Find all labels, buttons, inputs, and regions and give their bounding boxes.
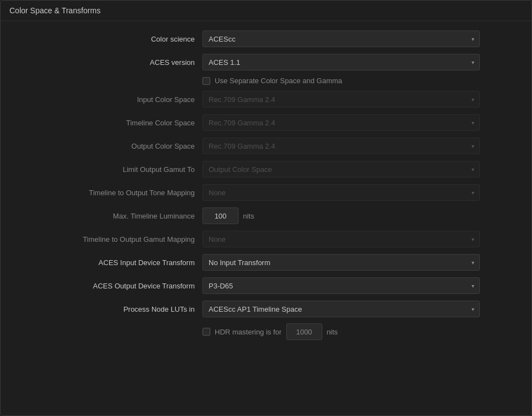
timeline-gamut-mapping-label: Timeline to Output Gamut Mapping: [14, 235, 202, 243]
aces-version-row: ACES version ACES 1.1 ▾: [14, 53, 518, 71]
process-node-luts-label: Process Node LUTs in: [14, 305, 202, 313]
color-space-panel: Color Space & Transforms Color science A…: [0, 0, 532, 416]
timeline-color-space-select[interactable]: Rec.709 Gamma 2.4: [202, 114, 480, 131]
limit-output-gamut-label: Limit Output Gamut To: [14, 165, 202, 174]
input-color-space-row: Input Color Space Rec.709 Gamma 2.4 ▾: [14, 90, 518, 108]
aces-version-label: ACES version: [14, 58, 202, 67]
timeline-tone-mapping-wrapper: None ▾: [202, 184, 480, 201]
color-science-row: Color science ACEScc ▾: [14, 30, 518, 48]
aces-odt-label: ACES Output Device Transform: [14, 282, 202, 290]
output-color-space-label: Output Color Space: [14, 142, 202, 150]
timeline-gamut-mapping-select[interactable]: None: [202, 231, 480, 247]
aces-idt-label: ACES Input Device Transform: [14, 258, 202, 267]
max-luminance-input[interactable]: [202, 207, 239, 224]
color-science-label: Color science: [14, 35, 202, 43]
output-color-space-select[interactable]: Rec.709 Gamma 2.4: [202, 138, 480, 154]
timeline-color-space-wrapper: Rec.709 Gamma 2.4 ▾: [202, 114, 480, 131]
timeline-color-space-row: Timeline Color Space Rec.709 Gamma 2.4 ▾: [14, 114, 518, 131]
timeline-color-space-label: Timeline Color Space: [14, 119, 202, 127]
timeline-gamut-mapping-row: Timeline to Output Gamut Mapping None ▾: [14, 230, 518, 248]
timeline-tone-mapping-select[interactable]: None: [202, 184, 480, 201]
hdr-mastering-row: HDR mastering is for nits: [202, 323, 518, 340]
hdr-mastering-label: HDR mastering is for: [215, 328, 282, 336]
process-node-luts-row: Process Node LUTs in ACEScc AP1 Timeline…: [14, 300, 518, 318]
limit-output-gamut-select[interactable]: Output Color Space: [202, 161, 480, 177]
process-node-luts-select[interactable]: ACEScc AP1 Timeline Space: [202, 301, 480, 317]
color-science-wrapper: ACEScc ▾: [202, 31, 480, 47]
aces-odt-row: ACES Output Device Transform P3-D65 ▾: [14, 277, 518, 295]
panel-title: Color Space & Transforms: [1, 1, 531, 21]
color-science-select[interactable]: ACEScc: [202, 31, 480, 47]
separate-color-space-checkbox[interactable]: [202, 77, 210, 85]
input-color-space-label: Input Color Space: [14, 95, 202, 104]
limit-output-gamut-row: Limit Output Gamut To Output Color Space…: [14, 160, 518, 178]
input-color-space-select[interactable]: Rec.709 Gamma 2.4: [202, 91, 480, 108]
aces-odt-wrapper: P3-D65 ▾: [202, 277, 480, 294]
aces-version-wrapper: ACES 1.1 ▾: [202, 54, 480, 70]
limit-output-gamut-wrapper: Output Color Space ▾: [202, 161, 480, 177]
aces-version-select[interactable]: ACES 1.1: [202, 54, 480, 70]
separate-color-space-label: Use Separate Color Space and Gamma: [215, 77, 342, 85]
hdr-mastering-input[interactable]: [286, 323, 322, 340]
timeline-tone-mapping-label: Timeline to Output Tone Mapping: [14, 189, 202, 197]
max-luminance-label: Max. Timeline Luminance: [14, 212, 202, 220]
hdr-mastering-checkbox[interactable]: [202, 328, 210, 336]
aces-odt-select[interactable]: P3-D65: [202, 277, 480, 294]
timeline-tone-mapping-row: Timeline to Output Tone Mapping None ▾: [14, 184, 518, 201]
output-color-space-row: Output Color Space Rec.709 Gamma 2.4 ▾: [14, 137, 518, 155]
aces-idt-wrapper: No Input Transform ▾: [202, 254, 480, 271]
max-luminance-unit: nits: [243, 212, 254, 220]
separate-color-space-row: Use Separate Color Space and Gamma: [202, 77, 518, 85]
aces-idt-select[interactable]: No Input Transform: [202, 254, 480, 271]
output-color-space-wrapper: Rec.709 Gamma 2.4 ▾: [202, 138, 480, 154]
input-color-space-wrapper: Rec.709 Gamma 2.4 ▾: [202, 91, 480, 108]
panel-content: Color science ACEScc ▾ ACES version ACES…: [1, 21, 531, 354]
timeline-gamut-mapping-wrapper: None ▾: [202, 231, 480, 247]
aces-idt-row: ACES Input Device Transform No Input Tra…: [14, 253, 518, 271]
process-node-luts-wrapper: ACEScc AP1 Timeline Space ▾: [202, 301, 480, 317]
max-luminance-row: Max. Timeline Luminance nits: [14, 207, 518, 225]
hdr-mastering-unit: nits: [327, 328, 338, 336]
max-luminance-controls: nits: [202, 207, 254, 224]
